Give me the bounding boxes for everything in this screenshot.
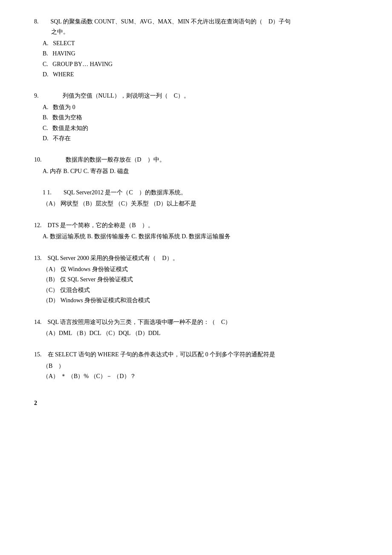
question-9-text: 9. 列值为空值（NULL），则说明这一列（ C）。 <box>34 91 358 101</box>
q13-option-c-label: （C） <box>43 287 58 293</box>
question-14: 14. SQL 语言按照用途可以分为三类，下面选项中哪一种不是的：（ C） （A… <box>34 318 358 338</box>
question-11-text: 1 1. SQL Server2012 是一个（C ）的数据库系统。 <box>43 188 358 197</box>
q12-options-inline: A. 数据运输系统 B. 数据传输服务 C. 数据库传输系统 D. 数据库运输服… <box>43 232 358 241</box>
question-8-text-line2: 之中。 <box>51 27 358 37</box>
q13-option-b: （B） 仅 SQL Server 身份验证模式 <box>43 275 358 284</box>
question-13-text: 13. SQL Server 2000 采用的身份验证模式有（ D）。 <box>34 254 358 263</box>
q9-option-c-label: C. <box>43 125 48 131</box>
q8-option-d: D. WHERE <box>43 70 358 79</box>
q9-option-c: C. 数值是未知的 <box>43 124 358 133</box>
q13-option-a-text: 仅 Windows 身份验证模式 <box>61 266 128 272</box>
question-8: 8. SQL 的聚集函数 COUNT、SUM、AVG、MAX、MIN 不允许出现… <box>34 17 358 79</box>
question-10-text: 10. 数据库的数据一般存放在（D ）中。 <box>34 155 358 165</box>
q13-option-d: （D） Windows 身份验证模式和混合模式 <box>43 296 358 305</box>
page-number: 2 <box>34 399 358 408</box>
q8-option-a-text: SELECT <box>53 40 75 46</box>
q8-option-b-text: HAVING <box>52 50 75 57</box>
q10-options-inline: A. 内存 B. CPU C. 寄存器 D. 磁盘 <box>43 167 358 176</box>
q11-options-inline: （A） 网状型 （B）层次型 （C）关系型 （D）以上都不是 <box>43 199 358 208</box>
question-15-text-line1: 15. 在 SELECT 语句的 WHERE 子句的条件表达式中，可以匹配 0 … <box>34 350 358 359</box>
q8-option-a-label: A. <box>43 40 49 46</box>
q8-option-d-label: D. <box>43 71 49 78</box>
q8-option-a: A. SELECT <box>43 39 358 48</box>
q15-options-inline: （A） ＊ （B）% （C）－ （D）？ <box>43 372 358 381</box>
q9-option-a-text: 数值为 0 <box>53 104 75 110</box>
q8-option-c-label: C. <box>43 61 48 67</box>
q14-options-inline: （A）DML （B）DCL （C）DQL （D）DDL <box>43 329 358 338</box>
q9-option-a-label: A. <box>43 104 49 110</box>
question-14-text: 14. SQL 语言按照用途可以分为三类，下面选项中哪一种不是的：（ C） <box>34 318 358 327</box>
question-13: 13. SQL Server 2000 采用的身份验证模式有（ D）。 （A） … <box>34 254 358 306</box>
q9-option-b-text: 数值为空格 <box>52 114 82 121</box>
q9-option-d: D. 不存在 <box>43 134 358 143</box>
q13-option-a-label: （A） <box>43 266 59 272</box>
q9-option-a: A. 数值为 0 <box>43 103 358 112</box>
question-8-text-line1: 8. SQL 的聚集函数 COUNT、SUM、AVG、MAX、MIN 不允许出现… <box>34 17 358 26</box>
q8-option-d-text: WHERE <box>53 71 74 78</box>
q13-option-b-text: 仅 SQL Server 身份验证模式 <box>60 276 133 283</box>
q9-option-d-text: 不存在 <box>53 135 71 142</box>
question-9: 9. 列值为空值（NULL），则说明这一列（ C）。 A. 数值为 0 B. 数… <box>34 91 358 143</box>
q8-option-c: C. GROUP BY… HAVING <box>43 60 358 69</box>
q9-option-c-text: 数值是未知的 <box>52 125 88 131</box>
question-11: 1 1. SQL Server2012 是一个（C ）的数据库系统。 （A） 网… <box>34 188 358 209</box>
question-10: 10. 数据库的数据一般存放在（D ）中。 A. 内存 B. CPU C. 寄存… <box>34 155 358 176</box>
q13-option-c: （C） 仅混合模式 <box>43 286 358 295</box>
q13-option-a: （A） 仅 Windows 身份验证模式 <box>43 265 358 274</box>
question-15-text-line2: （B ） <box>43 361 358 371</box>
q13-option-d-label: （D） <box>43 297 59 304</box>
q13-option-c-text: 仅混合模式 <box>60 287 90 293</box>
q13-option-b-label: （B） <box>43 276 58 283</box>
question-12: 12. DTS 是一个简称，它的全称是（B ）。 A. 数据运输系统 B. 数据… <box>34 221 358 242</box>
question-15: 15. 在 SELECT 语句的 WHERE 子句的条件表达式中，可以匹配 0 … <box>34 350 358 381</box>
q9-option-b: B. 数值为空格 <box>43 113 358 122</box>
q8-option-b: B. HAVING <box>43 49 358 58</box>
question-12-text: 12. DTS 是一个简称，它的全称是（B ）。 <box>34 221 358 230</box>
q9-option-b-label: B. <box>43 114 48 121</box>
q8-option-b-label: B. <box>43 50 48 57</box>
q8-option-c-text: GROUP BY… HAVING <box>52 61 112 67</box>
q9-option-d-label: D. <box>43 135 49 142</box>
q13-option-d-text: Windows 身份验证模式和混合模式 <box>61 297 150 304</box>
